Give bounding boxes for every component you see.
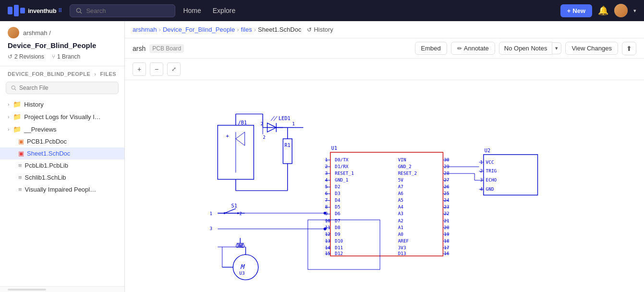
- schlib-icon: ≡: [18, 174, 22, 181]
- svg-text:R1: R1: [284, 142, 290, 148]
- file-tree: › 📁 History › 📁 Project Logs for Visuall…: [0, 98, 124, 286]
- svg-text:S1: S1: [231, 203, 237, 208]
- viewer-toolbar: + − ⤢: [125, 59, 644, 80]
- svg-text:18: 18: [444, 238, 450, 243]
- fit-icon: ⤢: [171, 66, 176, 73]
- branches-label: 1 Branch: [57, 53, 80, 60]
- upload-button[interactable]: ⬆: [622, 42, 636, 55]
- file-name-pcb1: PCB1.PcbDoc: [27, 138, 67, 145]
- notes-button[interactable]: No Open Notes: [499, 42, 553, 55]
- file-prefix: arsh: [133, 45, 146, 52]
- svg-text:A3: A3: [398, 211, 403, 216]
- search-bar[interactable]: [70, 4, 175, 17]
- svg-text:TRIG: TRIG: [486, 168, 497, 173]
- breadcrumb-repo[interactable]: Device_For_Blind_People: [163, 26, 235, 33]
- svg-text:D4: D4: [335, 197, 340, 203]
- chevron-icon-2: ›: [8, 114, 9, 120]
- svg-text:D9: D9: [335, 231, 340, 237]
- svg-text:+: +: [226, 133, 229, 139]
- svg-text:VIN: VIN: [398, 157, 406, 162]
- annotate-button[interactable]: ✏ Annotate: [451, 42, 495, 55]
- history-icon: ↺: [307, 26, 312, 33]
- search-file-bar[interactable]: [6, 82, 119, 94]
- avatar-image: [614, 4, 628, 17]
- svg-text:8: 8: [325, 204, 328, 209]
- svg-text:A4: A4: [398, 204, 404, 209]
- sidebar-item-sheet1[interactable]: ▣ Sheet1.SchDoc: [0, 147, 124, 159]
- file-name-sheet1: Sheet1.SchDoc: [27, 150, 70, 157]
- revisions-meta[interactable]: ↺ 2 Revisions: [8, 53, 44, 60]
- sidebar-repo-name[interactable]: Device_For_Blind_People: [0, 40, 124, 53]
- svg-text:20: 20: [444, 225, 450, 230]
- avatar[interactable]: [614, 4, 628, 17]
- history-badge[interactable]: ↺ History: [307, 26, 333, 33]
- sidebar: arshmah / Device_For_Blind_People ↺ 2 Re…: [0, 21, 125, 292]
- sidebar-repo-meta: ↺ 2 Revisions ⑂ 1 Branch: [0, 53, 124, 66]
- toolbar-right: Embed ✏ Annotate No Open Notes ▾ View Ch…: [415, 42, 636, 55]
- svg-point-5: [12, 86, 15, 89]
- search-icon: [76, 8, 82, 14]
- svg-text:D3: D3: [335, 191, 340, 196]
- breadcrumb-user[interactable]: arshmah: [133, 26, 157, 33]
- svg-text:29: 29: [444, 164, 450, 169]
- svg-point-174: [324, 212, 327, 215]
- zoom-out-button[interactable]: −: [150, 62, 163, 76]
- files-header: DEVICE_FOR_BLIND_PEOPLE › FILES: [0, 66, 124, 82]
- nav-explore[interactable]: Explore: [213, 7, 235, 14]
- svg-text:1: 1: [292, 121, 295, 126]
- svg-point-175: [324, 228, 327, 231]
- svg-text:A1: A1: [398, 225, 404, 230]
- svg-text:D1/RX: D1/RX: [335, 164, 349, 169]
- svg-text:A6: A6: [398, 191, 404, 196]
- branch-icon: ⑂: [52, 53, 55, 60]
- svg-text:6: 6: [325, 191, 328, 196]
- file-type-badge: PCB Board: [149, 44, 184, 53]
- sidebar-item-pcb1[interactable]: ▣ PCB1.PcbDoc: [0, 135, 124, 147]
- zoom-in-icon: +: [137, 65, 141, 73]
- notes-arrow-button[interactable]: ▾: [552, 42, 561, 54]
- svg-text:25: 25: [444, 191, 449, 196]
- nav-home[interactable]: Home: [183, 7, 201, 14]
- svg-text:A0: A0: [398, 231, 404, 237]
- svg-text:GND: GND: [486, 186, 494, 192]
- sch-icon: ▣: [18, 150, 24, 157]
- annotate-icon: ✏: [457, 45, 462, 52]
- svg-text:VCC: VCC: [486, 159, 494, 165]
- folder-icon-projectlogs: 📁: [13, 113, 21, 121]
- view-changes-button[interactable]: View Changes: [565, 42, 618, 55]
- svg-text:U3: U3: [239, 270, 244, 276]
- svg-text:21: 21: [444, 218, 450, 223]
- sidebar-item-previews[interactable]: › 📁 __Previews: [0, 123, 124, 135]
- content-area: arshmah › Device_For_Blind_People › file…: [125, 21, 644, 292]
- sidebar-username: arshmah /: [23, 29, 51, 36]
- files-path-arrow: ›: [94, 71, 96, 77]
- embed-button[interactable]: Embed: [415, 42, 447, 55]
- sidebar-item-history[interactable]: › 📁 History: [0, 98, 124, 110]
- svg-text:D13: D13: [398, 251, 406, 256]
- svg-text:D8: D8: [335, 225, 340, 230]
- search-input[interactable]: [86, 7, 163, 14]
- svg-rect-2: [20, 8, 25, 13]
- search-file-input[interactable]: [19, 85, 113, 91]
- chevron-down-icon[interactable]: ▾: [633, 8, 636, 14]
- svg-text:24: 24: [444, 197, 450, 203]
- branches-meta[interactable]: ⑂ 1 Branch: [52, 53, 80, 60]
- fit-view-button[interactable]: ⤢: [167, 62, 181, 76]
- svg-text:RESET_1: RESET_1: [335, 170, 354, 176]
- breadcrumb-bar: arshmah › Device_For_Blind_People › file…: [125, 21, 644, 38]
- sidebar-item-schlib1[interactable]: ≡ Schlib1.SchLib: [0, 171, 124, 183]
- app-logo[interactable]: inventhub ⠿: [8, 5, 62, 16]
- svg-text:3: 3: [480, 177, 483, 182]
- sidebar-item-prjpcb[interactable]: ≡ Visually Impaired People.PrjPcb: [0, 183, 124, 195]
- new-button[interactable]: + New: [560, 4, 592, 17]
- zoom-in-button[interactable]: +: [133, 62, 146, 76]
- svg-text:GND_2: GND_2: [398, 164, 412, 169]
- prj-icon: ≡: [18, 186, 22, 193]
- sidebar-item-projectlogs[interactable]: › 📁 Project Logs for Visually Impaire: [0, 110, 124, 123]
- sidebar-item-pcblib1[interactable]: ≡ PcbLib1.PcbLib: [0, 159, 124, 171]
- svg-text:28: 28: [444, 170, 450, 176]
- svg-rect-1: [14, 5, 19, 16]
- breadcrumb-files[interactable]: files: [241, 26, 252, 33]
- bell-icon[interactable]: 🔔: [598, 5, 608, 16]
- svg-text:2: 2: [325, 164, 328, 169]
